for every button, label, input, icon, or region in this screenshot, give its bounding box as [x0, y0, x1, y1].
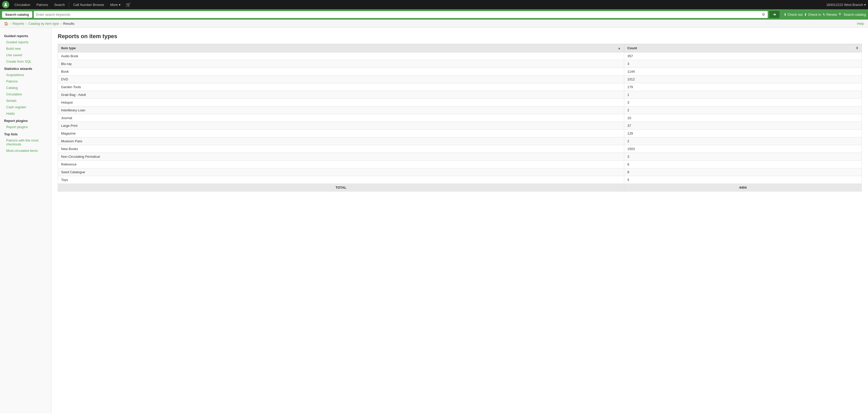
cell-count: 2: [624, 138, 862, 145]
top-navigation: Circulation Patrons Search Call Number B…: [0, 0, 868, 9]
cell-count: 6: [624, 160, 862, 168]
sidebar-cash-register[interactable]: Cash register: [0, 104, 51, 110]
cell-item-type: Large Print: [58, 122, 624, 130]
search-catalog-link-button[interactable]: 🔍 Search catalog: [838, 12, 866, 17]
col-count-header[interactable]: Count ⇕: [624, 44, 862, 52]
renew-icon: ↻: [823, 12, 826, 17]
sidebar-use-saved[interactable]: Use saved: [0, 52, 51, 58]
cell-item-type: Garden Tools: [58, 83, 624, 91]
col-item-type-header[interactable]: Item type ▲: [58, 44, 624, 52]
cell-count: 3: [624, 99, 862, 107]
table-row: Garden Tools 179: [58, 83, 862, 91]
action-buttons: ⬆ Check out ⬇ Check in ↻ Renew 🔍 Search …: [784, 12, 866, 17]
sidebar-serials[interactable]: Serials: [0, 97, 51, 104]
sort-item-type-icon: ▲: [618, 46, 621, 50]
table-row: Reference 6: [58, 160, 862, 168]
sidebar-circulation[interactable]: Circulation: [0, 91, 51, 97]
cell-item-type: Book: [58, 68, 624, 76]
nav-cart[interactable]: 🛒: [124, 2, 133, 7]
breadcrumb-sep-2: ›: [26, 22, 27, 26]
sidebar-patrons[interactable]: Patrons: [0, 78, 51, 85]
cell-count: 37: [624, 122, 862, 130]
top-lists-section-title: Top lists: [0, 130, 51, 137]
breadcrumb-reports[interactable]: Reports: [12, 22, 24, 26]
table-row: Non-Circulating Periodical 3: [58, 153, 862, 160]
check-out-button[interactable]: ⬆ Check out: [784, 12, 803, 17]
sidebar-report-plugins[interactable]: Report plugins: [0, 124, 51, 130]
main-content: Reports on item types Item type ▲ Count …: [52, 28, 868, 413]
sidebar: Guided reports Guided reports Build new …: [0, 28, 52, 413]
cell-item-type: Museum Pass: [58, 138, 624, 145]
cell-count: 10: [624, 114, 862, 122]
breadcrumb: 🏠 › Reports › Catalog by item type › Res…: [0, 20, 868, 28]
cell-item-type: Grab Bag - Adult: [58, 91, 624, 99]
more-dropdown-icon: ▾: [119, 3, 121, 7]
search-filter-button[interactable]: ⚙: [759, 12, 768, 17]
cell-count: 1144: [624, 68, 862, 76]
nav-more[interactable]: More ▾: [107, 0, 124, 9]
cell-count: 3: [624, 60, 862, 68]
nav-circulation[interactable]: Circulation: [11, 0, 33, 9]
search-input[interactable]: [34, 11, 759, 18]
sidebar-guided-reports[interactable]: Guided reports: [0, 39, 51, 46]
search-input-container: ⚙: [34, 11, 768, 18]
table-row: Hotspot 3: [58, 99, 862, 107]
cell-count: 8: [624, 168, 862, 176]
cell-item-type: Magazine: [58, 130, 624, 138]
sidebar-build-new[interactable]: Build new: [0, 46, 51, 52]
sidebar-catalog[interactable]: Catalog: [0, 85, 51, 91]
sidebar-acquisitions[interactable]: Acquisitions: [0, 72, 51, 78]
table-row: Magazine 129: [58, 130, 862, 138]
table-row: Museum Pass 2: [58, 138, 862, 145]
app-logo: [2, 1, 9, 8]
main-layout: Guided reports Guided reports Build new …: [0, 28, 868, 413]
table-row: DVD 1012: [58, 76, 862, 83]
cell-count: 1503: [624, 145, 862, 153]
total-row: TOTAL 4404: [58, 184, 862, 191]
table-row: Interlibrary Loan 2: [58, 107, 862, 114]
cell-item-type: Seed Catalogue: [58, 168, 624, 176]
nav-search[interactable]: Search: [51, 0, 68, 9]
table-row: Large Print 37: [58, 122, 862, 130]
report-plugins-section-title: Report plugins: [0, 117, 51, 124]
cell-item-type: Non-Circulating Periodical: [58, 153, 624, 160]
cell-item-type: Audio Book: [58, 52, 624, 60]
search-catalog-button[interactable]: Search catalog: [2, 11, 32, 18]
breadcrumb-sep-1: ›: [10, 22, 11, 26]
sidebar-patrons-most-checkouts[interactable]: Patrons with the most checkouts: [0, 137, 51, 147]
svg-point-0: [5, 3, 6, 5]
cell-count: 5: [624, 176, 862, 184]
cell-item-type: Hotspot: [58, 99, 624, 107]
cell-item-type: New Books: [58, 145, 624, 153]
nav-call-number-browse[interactable]: Call Number Browse: [70, 0, 107, 9]
table-row: New Books 1503: [58, 145, 862, 153]
cell-item-type: DVD: [58, 76, 624, 83]
statistics-wizards-section-title: Statistics wizards: [0, 65, 51, 72]
search-go-button[interactable]: ➔: [769, 11, 780, 18]
nav-separator: [69, 2, 69, 7]
breadcrumb-home[interactable]: 🏠: [4, 22, 8, 26]
check-in-icon: ⬇: [804, 12, 807, 17]
check-in-button[interactable]: ⬇ Check in: [804, 12, 821, 17]
nav-patrons[interactable]: Patrons: [33, 0, 51, 9]
sidebar-holds[interactable]: Holds: [0, 110, 51, 117]
table-row: Seed Catalogue 8: [58, 168, 862, 176]
cell-item-type: Reference: [58, 160, 624, 168]
cell-item-type: Journal: [58, 114, 624, 122]
table-row: Book 1144: [58, 68, 862, 76]
cell-count: 1012: [624, 76, 862, 83]
cell-count: 357: [624, 52, 862, 60]
sidebar-most-circulated-items[interactable]: Most-circulated items: [0, 147, 51, 154]
sidebar-create-from-sql[interactable]: Create from SQL: [0, 58, 51, 65]
page-title: Reports on item types: [58, 33, 862, 40]
breadcrumb-results: Results: [63, 22, 74, 26]
help-link[interactable]: Help: [857, 22, 864, 26]
branch-info: 183012222 West Branch ▾: [826, 3, 866, 7]
cell-count: 129: [624, 130, 862, 138]
renew-button[interactable]: ↻ Renew: [823, 12, 837, 17]
total-label: TOTAL: [58, 184, 624, 191]
cell-count: 2: [624, 107, 862, 114]
check-out-icon: ⬆: [784, 12, 786, 17]
breadcrumb-catalog-by-item-type[interactable]: Catalog by item type: [28, 22, 59, 26]
table-row: Grab Bag - Adult 1: [58, 91, 862, 99]
